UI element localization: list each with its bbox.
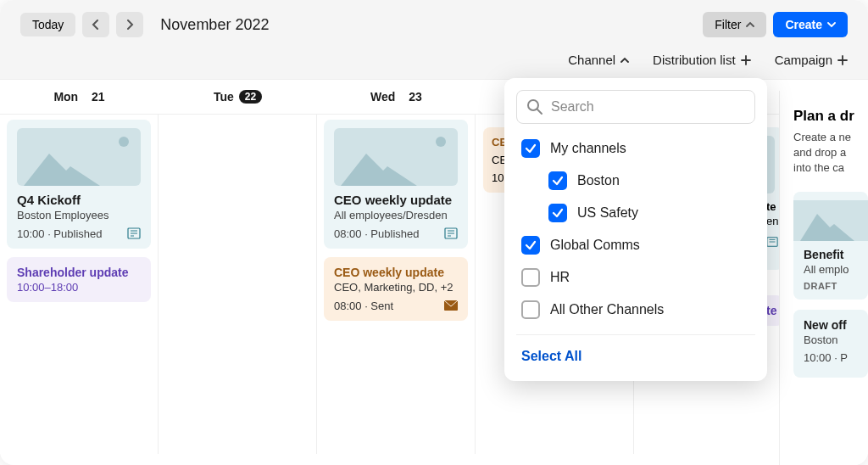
prev-button[interactable] (82, 12, 109, 37)
day-header-tue: Tue 22 (159, 80, 317, 114)
card-title: te (766, 200, 775, 213)
card-meta: 08:00 · Sent (334, 299, 458, 312)
filter-campaign-label: Campaign (775, 53, 832, 67)
card-title: Q4 Kickoff (17, 193, 141, 207)
create-label: Create (785, 18, 822, 31)
card-meta-text: 08:00 · Published (334, 227, 419, 240)
checkbox[interactable] (548, 171, 567, 190)
newsletter-icon (766, 236, 778, 248)
search-input[interactable] (516, 90, 755, 124)
card-subtitle: Boston Employees (17, 209, 141, 221)
card-subtitle: Boston (804, 333, 868, 346)
plus-icon (837, 55, 848, 65)
dropdown-search (516, 90, 755, 124)
card-subtitle: en (766, 215, 775, 227)
event-card[interactable]: CEO weekly update CEO, Marketing, DD, +2… (324, 257, 468, 321)
card-meta-text: 10:00 · Published (17, 227, 102, 240)
checkbox[interactable] (548, 204, 567, 222)
topbar: Today November 2022 Filter Create Channe… (0, 0, 868, 79)
search-icon (526, 98, 543, 115)
card-image-placeholder (334, 128, 458, 186)
filter-button[interactable]: Filter (703, 12, 766, 37)
day-today-badge: 22 (239, 90, 262, 104)
topbar-row-2: Channel Distribution list Campaign (20, 37, 848, 79)
today-button[interactable]: Today (20, 13, 75, 36)
check-icon (525, 239, 537, 251)
dropdown-item[interactable]: My channels (504, 132, 767, 165)
envelope-icon (444, 299, 458, 312)
card-image-placeholder (17, 128, 141, 186)
card-title: te (766, 304, 776, 317)
check-icon (525, 143, 537, 154)
chevron-left-icon (92, 20, 100, 30)
dropdown-item-label: All Other Channels (550, 302, 664, 317)
draft-card[interactable]: New off Boston 10:00 · P (793, 310, 868, 378)
mountain-icon (24, 145, 125, 186)
day-header-mon: Mon 21 (0, 80, 159, 114)
dropdown-item[interactable]: All Other Channels (504, 294, 767, 326)
chevron-right-icon (125, 20, 134, 30)
channel-dropdown: My channelsBostonUS SafetyGlobal CommsHR… (504, 78, 767, 381)
checkbox[interactable] (521, 236, 540, 255)
filter-channel[interactable]: Channel (568, 53, 629, 67)
mountain-icon (341, 145, 442, 186)
event-card[interactable]: CEO weekly update All employees/Dresden … (324, 120, 468, 249)
mountain-icon (800, 207, 868, 241)
day-header-wed: Wed 23 (317, 80, 476, 114)
svg-line-13 (537, 109, 542, 114)
newsletter-icon (444, 227, 458, 240)
card-title: CEO weekly update (334, 193, 458, 207)
dropdown-item[interactable]: HR (504, 261, 767, 294)
card-subtitle: All employees/Dresden (334, 209, 458, 221)
card-subtitle: All emplo (804, 263, 868, 276)
chevron-up-icon (620, 57, 629, 64)
day-label: Mon (53, 90, 78, 104)
dropdown-divider (516, 334, 755, 335)
dropdown-item-label: Boston (577, 173, 620, 188)
filter-channel-label: Channel (568, 53, 615, 67)
event-card[interactable]: Q4 Kickoff Boston Employees 10:00 · Publ… (7, 120, 151, 249)
checkbox[interactable] (521, 139, 540, 158)
day-col-mon: Q4 Kickoff Boston Employees 10:00 · Publ… (0, 115, 159, 454)
topbar-row-1: Today November 2022 Filter Create (20, 12, 848, 37)
plus-icon (741, 55, 751, 65)
check-icon (552, 207, 564, 219)
card-meta: 10:00 · Published (17, 227, 141, 240)
filter-distribution[interactable]: Distribution list (653, 53, 751, 67)
card-title: New off (804, 318, 868, 332)
dropdown-item-label: Global Comms (550, 238, 640, 253)
dropdown-item-label: HR (550, 270, 570, 285)
card-title: Shareholder update (17, 266, 141, 279)
month-title: November 2022 (160, 16, 269, 34)
card-title: Benefit (804, 248, 868, 261)
draft-badge: DRAFT (804, 281, 868, 291)
day-label: Wed (370, 90, 395, 104)
select-all-button[interactable]: Select All (504, 344, 767, 369)
card-meta: 08:00 · Published (334, 227, 458, 240)
filter-distribution-label: Distribution list (653, 53, 736, 67)
day-num: 21 (92, 90, 105, 104)
dropdown-item[interactable]: Boston (504, 165, 767, 197)
next-button[interactable] (116, 12, 143, 37)
svg-point-12 (528, 100, 538, 110)
check-icon (552, 175, 564, 187)
event-card[interactable]: Shareholder update 10:00–18:00 (7, 257, 151, 302)
chevron-up-icon (746, 21, 754, 28)
filter-campaign[interactable]: Campaign (775, 53, 848, 67)
card-image-placeholder (793, 200, 868, 241)
dropdown-item[interactable]: US Safety (504, 197, 767, 229)
side-panel: Plan a dr Create a ne and drop a into th… (779, 91, 868, 465)
newsletter-icon (127, 227, 141, 240)
day-col-wed: CEO weekly update All employees/Dresden … (317, 115, 476, 454)
day-col-tue (159, 115, 317, 454)
draft-card[interactable]: Benefit All emplo DRAFT (793, 192, 868, 300)
create-button[interactable]: Create (773, 12, 848, 37)
dropdown-item[interactable]: Global Comms (504, 229, 767, 261)
checkbox[interactable] (521, 268, 540, 287)
day-label: Tue (214, 90, 234, 104)
card-title: CEO weekly update (334, 266, 458, 279)
checkbox[interactable] (521, 300, 540, 319)
card-meta: 10:00 · P (804, 351, 868, 364)
card-meta: 10:00–18:00 (17, 281, 141, 294)
day-num: 23 (409, 90, 422, 104)
